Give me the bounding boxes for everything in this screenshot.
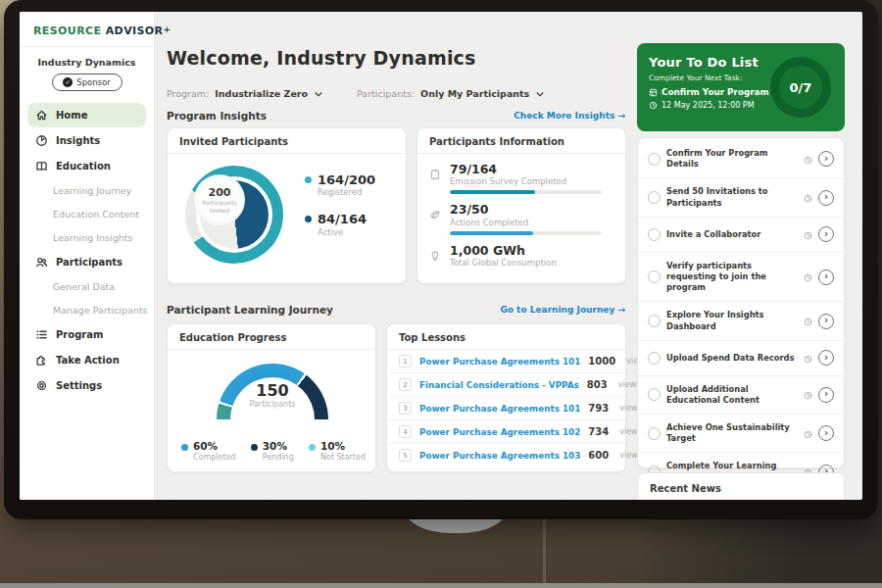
lesson-link[interactable]: Power Purchase Agreements 101 [419, 357, 580, 367]
program-select[interactable]: Program: Industrialize Zero [167, 84, 323, 103]
task-go-button[interactable]: › [818, 190, 834, 206]
clock-icon [804, 225, 812, 244]
sidebar-nav: Home Insights Education Learning Journey… [20, 101, 154, 401]
task-checkbox[interactable] [648, 388, 661, 401]
sidebar-item-label: Insights [56, 135, 100, 146]
section-title: Participant Learning Journey [167, 304, 333, 316]
task-go-button[interactable]: › [818, 151, 834, 167]
org-name: Industry Dynamics [20, 57, 154, 68]
sidebar-item-program[interactable]: Program [27, 322, 146, 347]
invited-total-label: Participants Invited [194, 199, 245, 215]
sidebar-item-label: Learning Journey [53, 185, 131, 196]
go-to-learning-journey-link[interactable]: Go to Learning Journey → [500, 305, 625, 315]
legend-dot [305, 216, 312, 222]
sidebar-item-learning-insights[interactable]: Learning Insights [27, 226, 146, 249]
task-row[interactable]: Invite a Collaborator › [638, 218, 844, 253]
link-label: Go to Learning Journey [500, 305, 614, 315]
lesson-link[interactable]: Financial Considerations - VPPAs [419, 380, 579, 390]
brand-secondary: ADVISOR [106, 24, 164, 37]
sidebar-item-insights[interactable]: Insights [27, 128, 146, 153]
task-checkbox[interactable] [648, 191, 661, 204]
sidebar-item-participants[interactable]: Participants [27, 250, 146, 274]
info-label: Actions Completed [450, 218, 602, 227]
task-row[interactable]: Verify participants requesting to join t… [638, 253, 844, 303]
participants-select[interactable]: Participants: Only My Participants [357, 84, 545, 103]
learning-journey-header: Participant Learning Journey Go to Learn… [167, 304, 625, 316]
task-row[interactable]: Upload Spend Data Records › [638, 341, 844, 376]
sponsor-label: Sponsor [76, 77, 111, 87]
invited-participants-card: Invited Participants 200 Participants In… [167, 127, 407, 284]
sidebar-item-label: Settings [56, 380, 102, 391]
task-checkbox[interactable] [648, 270, 661, 283]
gauge-center: 150 Participants [168, 381, 377, 409]
top-lessons-card: Top Lessons 1 Power Purchase Agreements … [386, 323, 626, 472]
clock-icon [804, 385, 812, 404]
task-checkbox[interactable] [648, 315, 661, 327]
lesson-views: 1000 [588, 356, 615, 367]
sidebar-item-education[interactable]: Education [27, 154, 146, 178]
legend-label: Completed [193, 453, 236, 462]
task-checkbox[interactable] [648, 427, 661, 440]
wall-edge [543, 517, 546, 588]
check-more-insights-link[interactable]: Check More Insights → [514, 111, 625, 121]
task-row[interactable]: Achieve One Sustainability Target › [638, 415, 844, 453]
sidebar-item-home[interactable]: Home [27, 103, 146, 127]
clock-icon [804, 188, 812, 207]
sidebar-item-label: Education Content [53, 209, 139, 220]
task-row[interactable]: Send 50 Invitations to Participants › [638, 178, 844, 217]
sponsor-badge[interactable]: ✓ Sponsor [52, 74, 122, 91]
task-go-button[interactable]: › [818, 226, 834, 242]
task-checkbox[interactable] [648, 352, 661, 365]
lesson-views: 600 [588, 450, 609, 461]
card-title: Invited Participants [168, 128, 406, 154]
task-row[interactable]: Confirm Your Program Details › [638, 140, 844, 178]
lesson-link[interactable]: Power Purchase Agreements 103 [419, 451, 580, 461]
sidebar-item-label: Participants [56, 257, 122, 268]
clock-icon [804, 150, 812, 169]
clock-icon [804, 312, 812, 330]
task-go-button[interactable]: › [818, 425, 834, 441]
task-label: Upload Additional Educational Content [666, 384, 798, 406]
task-go-button[interactable]: › [818, 270, 834, 285]
participants-information-card: Participants Information 79/164 Emission… [416, 127, 626, 284]
todo-datetime-label: 12 May 2025, 12:00 PM [662, 101, 755, 110]
recent-news-title: Recent News [650, 483, 721, 494]
todo-progress-ring: 0/7 [770, 57, 831, 118]
lesson-link[interactable]: Power Purchase Agreements 101 [419, 404, 580, 414]
home-icon [35, 109, 48, 122]
task-row[interactable]: Upload Additional Educational Content › [638, 376, 844, 415]
sidebar-item-education-content[interactable]: Education Content [27, 203, 146, 225]
task-go-button[interactable]: › [818, 314, 834, 329]
sidebar-item-learning-journey[interactable]: Learning Journey [27, 179, 146, 202]
lesson-row: 4 Power Purchase Agreements 102 734 view… [387, 420, 625, 444]
sidebar-item-manage-participants[interactable]: Manage Participants [27, 299, 146, 321]
task-go-button[interactable]: › [818, 387, 834, 403]
task-go-button[interactable]: › [818, 350, 834, 366]
lesson-views: 793 [588, 403, 609, 414]
task-label: Send 50 Invitations to Participants [666, 186, 798, 208]
lesson-rank: 2 [399, 378, 412, 391]
bulb-icon [429, 244, 442, 271]
sidebar-item-take-action[interactable]: Take Action [27, 348, 146, 372]
task-checkbox[interactable] [648, 228, 661, 241]
program-icon [35, 328, 48, 341]
info-value: 1,000 GWh [450, 244, 557, 258]
brand-logo: RESOURCE ADVISOR+ [20, 12, 154, 47]
task-checkbox[interactable] [648, 153, 661, 166]
task-label: Invite a Collaborator [666, 229, 798, 240]
info-row-actions: 23/50 Actions Completed [417, 194, 625, 234]
sidebar-item-settings[interactable]: Settings [27, 373, 146, 398]
lesson-views: 734 [588, 426, 609, 437]
dashboard-screen: RESOURCE ADVISOR+ Industry Dynamics ✓ Sp… [20, 12, 862, 500]
todo-header-card: Your To Do List Complete Your Next Task:… [637, 43, 845, 131]
sidebar-item-label: Home [56, 110, 87, 121]
lesson-row: 2 Financial Considerations - VPPAs 803 v… [387, 373, 625, 397]
sidebar-item-label: Program [56, 329, 103, 340]
legend-label: Active [318, 227, 367, 237]
legend-value: 84/164 [318, 213, 367, 226]
lesson-link[interactable]: Power Purchase Agreements 102 [419, 427, 580, 437]
task-row[interactable]: Explore Your Insights Dashboard › [638, 302, 844, 340]
sidebar-item-general-data[interactable]: General Data [27, 275, 146, 298]
info-label: Total Global Consumption [450, 258, 557, 268]
legend-label: Registered [318, 187, 375, 197]
